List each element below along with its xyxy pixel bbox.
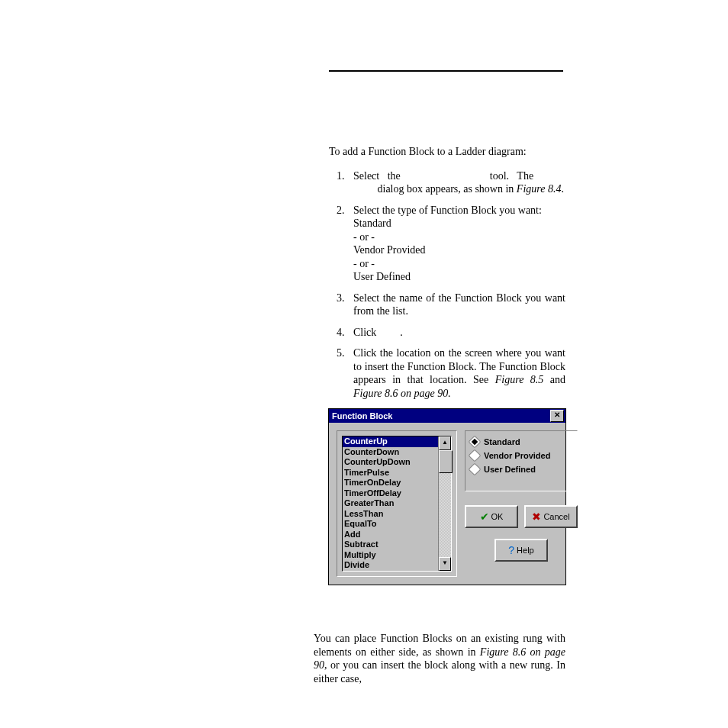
list-scrollbar[interactable]: ▲ ▼ (438, 436, 451, 571)
radio-vendor-provided[interactable]: Vendor Provided (470, 451, 572, 460)
ok-cancel-row: ✔ OK ✖ Cancel (465, 505, 578, 528)
close-icon: ✕ (554, 411, 560, 419)
step-2: Select the type of Function Block you wa… (347, 204, 565, 284)
radio-icon (469, 449, 482, 462)
list-item[interactable]: GreaterThan (343, 498, 438, 509)
step-3: Select the name of the Function Block yo… (347, 292, 565, 318)
cancel-button[interactable]: ✖ Cancel (524, 505, 578, 528)
radio-icon (469, 463, 482, 476)
list-items[interactable]: CounterUp CounterDown CounterUpDown Time… (343, 436, 438, 571)
ok-button[interactable]: ✔ OK (465, 505, 518, 528)
question-icon: ? (508, 545, 514, 556)
dialog-figure: Function Block ✕ CounterUp CounterDown C… (328, 408, 566, 585)
horizontal-rule (329, 70, 563, 72)
listbox-frame: CounterUp CounterDown CounterUpDown Time… (337, 430, 457, 577)
list-item[interactable]: CounterUpDown (343, 457, 438, 468)
trailing-paragraph: You can place Function Blocks on an exis… (314, 632, 565, 685)
radio-group: Standard Vendor Provided User Defined (465, 430, 578, 491)
chevron-up-icon: ▲ (442, 439, 448, 446)
dialog-right-column: Standard Vendor Provided User Defined (465, 430, 578, 577)
dialog-titlebar[interactable]: Function Block ✕ (329, 409, 565, 423)
list-item[interactable]: EqualTo (343, 519, 438, 530)
dialog-client: CounterUp CounterDown CounterUpDown Time… (329, 423, 565, 585)
scroll-down-button[interactable]: ▼ (439, 557, 451, 571)
list-item[interactable]: Multiply (343, 550, 438, 561)
list-item[interactable]: LessThan (343, 509, 438, 520)
list-item[interactable]: TimerOffDelay (343, 488, 438, 499)
scroll-up-button[interactable]: ▲ (439, 436, 451, 450)
radio-standard[interactable]: Standard (470, 437, 572, 446)
help-button[interactable]: ? Help (494, 539, 548, 562)
list-item[interactable]: Add (343, 530, 438, 540)
list-item[interactable]: CounterDown (343, 447, 438, 458)
x-icon: ✖ (532, 511, 541, 522)
list-item[interactable]: Divide (343, 560, 438, 571)
radio-user-defined[interactable]: User Defined (470, 465, 572, 474)
step-4: Click . (347, 326, 565, 340)
list-item[interactable]: TimerOnDelay (343, 478, 438, 488)
chevron-down-icon: ▼ (442, 559, 448, 566)
intro-text: To add a Function Block to a Ladder diag… (329, 145, 565, 159)
list-item[interactable]: TimerPulse (343, 468, 438, 478)
close-button[interactable]: ✕ (550, 410, 564, 422)
body-column: To add a Function Block to a Ladder diag… (329, 145, 565, 407)
list-item[interactable]: Subtract (343, 540, 438, 550)
dialog-title: Function Block (332, 411, 392, 420)
function-block-listbox[interactable]: CounterUp CounterDown CounterUpDown Time… (342, 436, 452, 572)
check-icon: ✔ (480, 511, 489, 522)
function-block-dialog: Function Block ✕ CounterUp CounterDown C… (328, 408, 566, 585)
radio-icon (469, 436, 482, 449)
help-row: ? Help (465, 539, 578, 562)
scroll-track[interactable] (439, 450, 451, 557)
step-1: Select the tool. The dialog box appears,… (347, 169, 565, 196)
list-item[interactable]: CounterUp (343, 436, 438, 447)
steps-list: Select the tool. The dialog box appears,… (329, 169, 565, 401)
step-5: Click the location on the screen where y… (347, 346, 565, 400)
scroll-thumb[interactable] (439, 450, 453, 473)
